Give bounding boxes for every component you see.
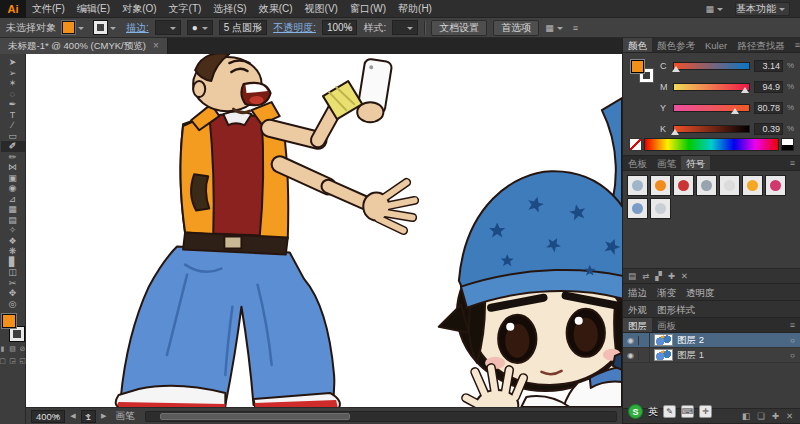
- panel-tab[interactable]: 图形样式: [652, 301, 700, 317]
- artboard-tool[interactable]: ◫: [1, 267, 25, 278]
- panel-tab[interactable]: 颜色参考: [652, 38, 700, 52]
- delete-symbol-icon[interactable]: ✕: [681, 271, 688, 281]
- symbol-thumbnail[interactable]: [765, 175, 786, 196]
- color-mode-icon[interactable]: ▮: [0, 345, 6, 353]
- pencil-tool[interactable]: ✏: [1, 152, 25, 163]
- paintbrush-tool[interactable]: ✐: [1, 141, 25, 152]
- layer-target-icon[interactable]: ○: [785, 351, 800, 360]
- width-tool[interactable]: ⋈: [1, 162, 25, 173]
- menu-item[interactable]: 效果(C): [253, 0, 299, 17]
- brush-definition-select[interactable]: 5 点圆形: [219, 20, 267, 35]
- yellow-slider[interactable]: [673, 104, 750, 112]
- symbol-sprayer-tool[interactable]: ❋: [1, 246, 25, 257]
- break-link-icon[interactable]: ▞: [655, 271, 662, 281]
- lock-toggle-cell[interactable]: [639, 333, 650, 347]
- shape-builder-tool[interactable]: ◉: [1, 183, 25, 194]
- symbol-library-icon[interactable]: ▤: [628, 271, 636, 281]
- new-layer-icon[interactable]: ✚: [772, 411, 779, 421]
- menu-item[interactable]: 帮助(H): [392, 0, 438, 17]
- stroke-color-control[interactable]: [94, 20, 120, 36]
- symbol-thumbnail[interactable]: [673, 175, 694, 196]
- stroke-color-swatch[interactable]: [10, 327, 24, 341]
- slice-tool[interactable]: ✂: [1, 278, 25, 289]
- menu-item[interactable]: 对象(O): [116, 0, 162, 17]
- black-value-field[interactable]: 0.39: [754, 123, 783, 135]
- direct-selection-tool[interactable]: ➢: [1, 68, 25, 79]
- opacity-panel-link[interactable]: 不透明度:: [273, 21, 316, 35]
- line-segment-tool[interactable]: ∕: [1, 120, 25, 131]
- visibility-eye-icon[interactable]: ◉: [623, 351, 639, 360]
- none-swatch[interactable]: [629, 138, 642, 151]
- zoom-level-select[interactable]: 400%: [31, 410, 65, 423]
- zoom-tool[interactable]: ◎: [1, 299, 25, 310]
- none-mode-icon[interactable]: ⊘: [19, 345, 26, 353]
- panel-tab[interactable]: 画笔: [652, 156, 681, 170]
- black-slider[interactable]: [673, 125, 750, 133]
- fill-proxy-swatch[interactable]: [631, 60, 644, 73]
- lasso-tool[interactable]: ◌: [1, 89, 25, 100]
- fill-stroke-proxy[interactable]: [1, 314, 25, 341]
- panel-tab[interactable]: 图层: [623, 318, 652, 332]
- scrollbar-thumb[interactable]: [160, 413, 350, 420]
- arrange-documents-icon[interactable]: ▦: [705, 4, 727, 14]
- ime-pencil-icon[interactable]: ✎: [663, 405, 676, 418]
- lock-toggle-cell[interactable]: [639, 348, 650, 362]
- magic-wand-tool[interactable]: ✶: [1, 78, 25, 89]
- ime-logo-icon[interactable]: S: [628, 404, 643, 419]
- gradient-mode-icon[interactable]: ▨: [9, 345, 16, 353]
- magenta-slider[interactable]: [673, 83, 750, 91]
- control-menu-icon[interactable]: ≡: [573, 23, 578, 33]
- panel-tab[interactable]: 色板: [623, 156, 652, 170]
- menu-item[interactable]: 窗口(W): [344, 0, 392, 17]
- brush-preview-select[interactable]: ●: [187, 20, 213, 35]
- panel-tab[interactable]: 符号: [681, 156, 710, 170]
- align-panel-icon[interactable]: ▦: [545, 23, 567, 33]
- ime-toolbox-icon[interactable]: ✛: [699, 405, 712, 418]
- mesh-tool[interactable]: ▦: [1, 204, 25, 215]
- layer-name[interactable]: 图层 1: [677, 349, 785, 362]
- artboard-number-select[interactable]: 1: [81, 410, 96, 423]
- fill-color-control[interactable]: [62, 20, 88, 36]
- draw-behind-icon[interactable]: ◲: [9, 357, 16, 365]
- place-symbol-icon[interactable]: ⇄: [642, 271, 649, 281]
- prev-artboard-arrow[interactable]: ◀: [70, 412, 75, 420]
- horizontal-scrollbar[interactable]: [145, 411, 617, 422]
- stroke-panel-link[interactable]: 描边:: [126, 21, 149, 35]
- panel-tab[interactable]: 路径查找器: [732, 38, 790, 52]
- panel-menu-icon[interactable]: ≡: [785, 318, 800, 332]
- symbol-thumbnail[interactable]: [650, 198, 671, 219]
- cyan-value-field[interactable]: 3.14: [754, 60, 783, 72]
- selection-tool[interactable]: ➤: [1, 57, 25, 68]
- style-select[interactable]: [392, 20, 418, 35]
- artboard-canvas[interactable]: [26, 54, 622, 407]
- ime-keyboard-icon[interactable]: ⌨: [681, 405, 694, 418]
- panel-tab[interactable]: 透明度: [681, 284, 720, 300]
- panel-menu-icon[interactable]: ≡: [785, 156, 800, 170]
- cyan-slider[interactable]: [673, 62, 750, 70]
- visibility-eye-icon[interactable]: ◉: [623, 336, 639, 345]
- opacity-select[interactable]: 100%: [322, 20, 358, 35]
- document-setup-button[interactable]: 文档设置: [431, 20, 487, 36]
- make-mask-icon[interactable]: ◧: [742, 411, 750, 421]
- layer-row-1[interactable]: ◉ 图层 1 ○: [623, 348, 800, 363]
- panel-tab[interactable]: 描边: [623, 284, 652, 300]
- document-tab[interactable]: 未标题-1* @ 400% (CMYK/预览) ×: [0, 38, 168, 54]
- menu-item[interactable]: 选择(S): [207, 0, 252, 17]
- menu-item[interactable]: 视图(V): [299, 0, 344, 17]
- panel-tab[interactable]: 渐变: [652, 284, 681, 300]
- magenta-value-field[interactable]: 94.9: [754, 81, 783, 93]
- panel-tab[interactable]: 颜色: [623, 38, 652, 52]
- delete-layer-icon[interactable]: ✕: [786, 411, 793, 421]
- new-symbol-icon[interactable]: ✚: [668, 271, 675, 281]
- layer-row-2[interactable]: ◉ 图层 2 ○: [623, 333, 800, 348]
- menu-item[interactable]: 文字(T): [163, 0, 208, 17]
- rectangle-tool[interactable]: ▭: [1, 131, 25, 142]
- layer-name[interactable]: 图层 2: [677, 334, 785, 347]
- panel-tab[interactable]: 画板: [652, 318, 681, 332]
- hand-tool[interactable]: ✥: [1, 288, 25, 299]
- symbol-thumbnail[interactable]: [627, 175, 648, 196]
- panel-tab[interactable]: 外观: [623, 301, 652, 317]
- screen-mode-icon[interactable]: ◱: [19, 357, 26, 365]
- menu-item[interactable]: 文件(F): [26, 0, 71, 17]
- stroke-weight-select[interactable]: [155, 20, 181, 35]
